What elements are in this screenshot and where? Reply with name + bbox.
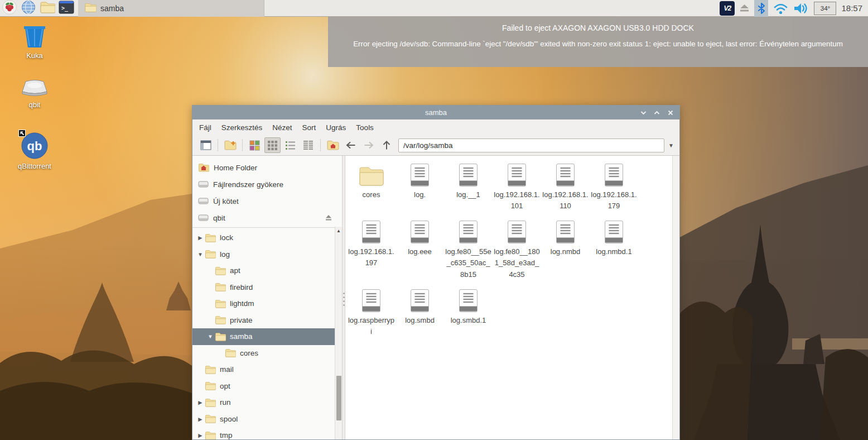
expand-arrow-icon[interactable]: ▶ — [196, 399, 205, 405]
menubar: FájlSzerkesztésNézetSortUgrásTools — [192, 119, 679, 135]
tree-item-firebird[interactable]: firebird — [192, 279, 342, 296]
bluetooth-icon[interactable] — [754, 0, 768, 17]
close-button[interactable] — [665, 107, 676, 118]
new-window-button[interactable] — [197, 137, 214, 153]
home-folder-icon — [198, 163, 209, 172]
cpu-temp-indicator[interactable]: 34° — [814, 2, 836, 15]
minimize-button[interactable] — [638, 107, 649, 118]
taskbar-window-label: samba — [100, 4, 124, 13]
back-button[interactable] — [343, 137, 359, 153]
tree-item-cores[interactable]: cores — [192, 345, 342, 362]
new-folder-button[interactable] — [222, 137, 238, 153]
up-button[interactable] — [378, 137, 394, 153]
volume-icon[interactable] — [793, 2, 809, 15]
scrollbar-up-icon[interactable]: ▲ — [335, 227, 342, 235]
desktop-icon-label: qBittorrent — [18, 162, 51, 171]
path-dropdown-icon[interactable]: ▼ — [666, 142, 676, 149]
notification-banner[interactable]: Failed to eject AXAGON AXAGON USB3.0 HDD… — [328, 17, 868, 67]
tree-item-log[interactable]: ▼log — [192, 246, 342, 263]
eject-tray-icon[interactable] — [740, 4, 749, 12]
tree-item-run[interactable]: ▶run — [192, 394, 342, 411]
file-log-192-168-1-197[interactable]: log.192.168.1.197 — [347, 217, 396, 285]
collapse-arrow-icon[interactable]: ▼ — [196, 251, 205, 257]
menu-item-tools[interactable]: Tools — [351, 119, 379, 135]
eject-icon[interactable] — [325, 214, 332, 222]
folder-icon — [84, 3, 97, 14]
place-j-k-tet[interactable]: Új kötet — [192, 193, 342, 209]
menu-item-szerkeszt-s[interactable]: Szerkesztés — [216, 119, 268, 135]
tree-item-label: spool — [220, 415, 238, 423]
globe-icon — [21, 0, 36, 16]
collapse-arrow-icon[interactable]: ▼ — [206, 333, 215, 339]
file-log-1[interactable]: log.__1 — [444, 160, 493, 217]
tree-item-mail[interactable]: mail — [192, 361, 342, 378]
wifi-icon[interactable] — [773, 2, 788, 15]
file-log-raspberrypi[interactable]: log.raspberrypi — [347, 285, 396, 342]
file-log-192-168-1-179[interactable]: log.192.168.1.179 — [590, 160, 638, 217]
file-log-smbd-1[interactable]: log.smbd.1 — [444, 285, 493, 342]
view-compact-button[interactable] — [282, 137, 298, 153]
file-manager-launcher[interactable] — [38, 0, 57, 17]
clock[interactable]: 18:57 — [841, 3, 862, 13]
toolbar-separator — [320, 139, 321, 151]
view-thumbnails-button[interactable] — [247, 137, 263, 153]
tree-item-private[interactable]: private — [192, 312, 342, 329]
place-home-folder[interactable]: Home Folder — [192, 159, 342, 176]
file-label: cores — [363, 189, 380, 200]
file-view-scrollbar[interactable] — [672, 156, 679, 439]
tree-item-apt[interactable]: apt — [192, 262, 342, 279]
tree-item-label: run — [220, 398, 231, 406]
expand-arrow-icon[interactable]: ▶ — [196, 235, 205, 241]
file-log-fe80-1801-58d-e3ad-4c35[interactable]: log.fe80__1801_58d_e3ad_4c35 — [493, 217, 541, 285]
menu-item-sort[interactable]: Sort — [297, 119, 321, 135]
path-input[interactable] — [398, 138, 664, 152]
taskbar-window-button[interactable]: samba — [78, 0, 264, 17]
file-log-nmbd-1[interactable]: log.nmbd.1 — [590, 217, 638, 285]
file-log-192-168-1-110[interactable]: log.192.168.1.110 — [541, 160, 590, 217]
titlebar[interactable]: samba — [192, 106, 679, 119]
maximize-button[interactable] — [652, 107, 662, 118]
sidebar-scrollbar[interactable]: ▲ — [335, 227, 342, 439]
home-button[interactable] — [325, 137, 341, 153]
terminal-launcher[interactable]: >_ — [57, 0, 76, 17]
file-label: log.smbd.1 — [451, 315, 486, 326]
folder-icon — [205, 381, 216, 390]
tree-item-spool[interactable]: ▶spool — [192, 411, 342, 428]
folder-icon — [205, 233, 216, 242]
file-label: log.nmbd — [551, 246, 580, 257]
menu-item-n-zet[interactable]: Nézet — [267, 119, 297, 135]
expand-arrow-icon[interactable]: ▶ — [196, 416, 205, 422]
file-view[interactable]: coreslog.log.__1log.192.168.1.101log.192… — [345, 156, 679, 439]
view-icons-button[interactable] — [264, 137, 281, 153]
browser-launcher[interactable] — [19, 0, 38, 17]
tree-item-samba[interactable]: ▼samba — [192, 328, 342, 345]
desktop-icon-qbittorrent[interactable]: qb qBittorrent — [5, 132, 64, 171]
file-log-nmbd[interactable]: log.nmbd — [541, 217, 590, 285]
vnc-tray-icon[interactable]: V2 — [720, 1, 735, 16]
file-log-fe80-55e-c635-50ac-8b15[interactable]: log.fe80__55e_c635_50ac_8b15 — [444, 217, 493, 285]
file-log[interactable]: log. — [396, 160, 444, 217]
file-log-eee[interactable]: log.eee — [396, 217, 444, 285]
tree-item-lock[interactable]: ▶lock — [192, 229, 342, 246]
file-log-192-168-1-101[interactable]: log.192.168.1.101 — [493, 160, 541, 217]
desktop-icon-qbit-drive[interactable]: qbit — [5, 78, 64, 109]
file-label: log. — [414, 189, 426, 200]
text-file-icon — [604, 217, 624, 244]
scrollbar-thumb[interactable] — [336, 376, 341, 420]
menu-item-f-jl[interactable]: Fájl — [194, 119, 216, 135]
place-qbit[interactable]: qbit — [192, 209, 342, 226]
forward-button[interactable] — [360, 137, 377, 153]
tree-item-opt[interactable]: opt — [192, 378, 342, 395]
view-detailed-button[interactable] — [300, 137, 316, 153]
expand-arrow-icon[interactable]: ▶ — [196, 432, 205, 438]
file-log-smbd[interactable]: log.smbd — [396, 285, 444, 342]
menu-item-ugr-s[interactable]: Ugrás — [321, 119, 351, 135]
app-menu-button[interactable] — [0, 0, 19, 17]
tree-item-tmp[interactable]: ▶tmp — [192, 427, 342, 439]
desktop-icon-trash[interactable]: Kuka — [5, 23, 64, 60]
file-cores[interactable]: cores — [347, 160, 396, 217]
tree-item-lightdm[interactable]: lightdm — [192, 295, 342, 312]
folder-icon — [205, 398, 216, 407]
raspberry-icon — [2, 0, 17, 16]
place-f-jlrendszer-gy-kere[interactable]: Fájlrendszer gyökere — [192, 176, 342, 193]
